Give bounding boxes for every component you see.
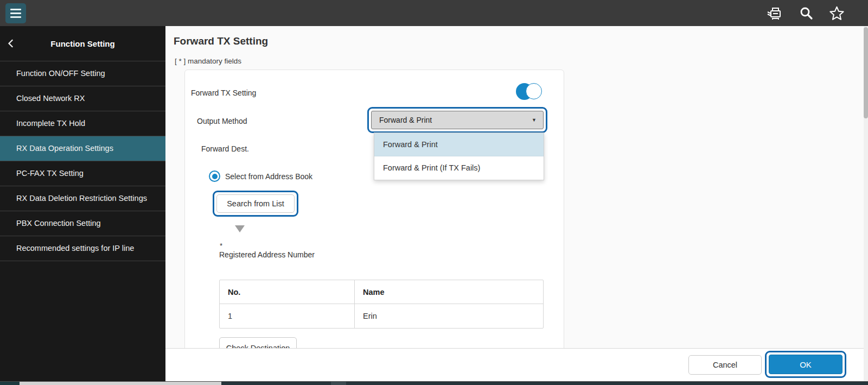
select-from-address-book-radio[interactable] <box>209 171 220 182</box>
registered-address-number-label: Registered Address Number <box>219 250 315 259</box>
horizontal-scrollbar-thumb[interactable] <box>20 382 221 385</box>
footer-action-bar: Cancel OK <box>165 348 868 381</box>
horizontal-scrollbar-corner <box>0 382 20 385</box>
sidebar-item-rx-data-deletion[interactable]: RX Data Deletion Restriction Settings <box>0 186 165 211</box>
table-row[interactable]: 1 Erin <box>220 304 543 328</box>
sidebar-menu: Function ON/OFF Setting Closed Network R… <box>0 61 165 261</box>
cancel-button[interactable]: Cancel <box>688 355 762 375</box>
search-from-list-button[interactable]: Search from List <box>216 194 295 213</box>
dropdown-option-forward-and-print[interactable]: Forward & Print <box>374 133 544 156</box>
forward-tx-setting-toggle[interactable] <box>516 83 542 100</box>
vertical-scrollbar[interactable] <box>864 26 868 381</box>
sidebar: Function Setting Function ON/OFF Setting… <box>0 26 165 385</box>
forward-tx-setting-label: Forward TX Setting <box>191 89 256 97</box>
search-icon[interactable] <box>799 6 813 20</box>
sidebar-item-recommended-ip-line[interactable]: Recommended settings for IP line <box>0 236 165 261</box>
table-cell-no: 1 <box>220 304 355 328</box>
output-method-dropdown-list: Forward & Print Forward & Print (If TX F… <box>374 132 544 180</box>
select-from-address-book-label: Select from Address Book <box>225 172 312 181</box>
table-cell-name: Erin <box>355 312 543 320</box>
favorite-star-icon[interactable] <box>829 6 844 20</box>
arrow-down-icon <box>235 225 245 232</box>
chevron-down-icon: ▼ <box>532 117 537 123</box>
dropdown-option-forward-and-print-if-tx-fails[interactable]: Forward & Print (If TX Fails) <box>374 156 544 180</box>
forward-dest-label: Forward Dest. <box>201 144 249 153</box>
ok-button[interactable]: OK <box>769 355 843 374</box>
registered-address-table: No. Name 1 Erin <box>219 280 544 329</box>
table-header-no: No. <box>220 280 355 304</box>
table-header-name: Name <box>355 288 543 296</box>
sidebar-item-incomplete-tx-hold[interactable]: Incomplete TX Hold <box>0 111 165 136</box>
menu-icon[interactable] <box>5 3 26 23</box>
table-header-row: No. Name <box>220 280 543 304</box>
mandatory-fields-note: [ * ] mandatory fields <box>175 57 241 65</box>
sidebar-item-rx-data-operation[interactable]: RX Data Operation Settings <box>0 136 165 161</box>
search-from-list-focus-ring: Search from List <box>213 191 298 217</box>
output-method-select-focus-ring: Forward & Print ▼ <box>367 107 547 133</box>
vertical-scrollbar-thumb[interactable] <box>864 27 868 118</box>
main-content: Forward TX Setting [ * ] mandatory field… <box>165 26 868 385</box>
sidebar-item-closed-network-rx[interactable]: Closed Network RX <box>0 86 165 111</box>
sidebar-item-pbx-connection[interactable]: PBX Connection Setting <box>0 211 165 236</box>
ok-button-focus-ring: OK <box>765 351 846 378</box>
horizontal-scrollbar[interactable] <box>0 381 868 385</box>
output-method-label: Output Method <box>197 117 247 125</box>
output-method-select[interactable]: Forward & Print ▼ <box>371 111 544 129</box>
sidebar-item-pc-fax-tx[interactable]: PC-FAX TX Setting <box>0 161 165 186</box>
output-method-selected-value: Forward & Print <box>379 116 432 124</box>
settings-card: Forward TX Setting Output Method Forward… <box>184 70 564 385</box>
sidebar-title: Function Setting <box>50 39 114 48</box>
page-title: Forward TX Setting <box>174 35 268 47</box>
sidebar-item-function-on-off[interactable]: Function ON/OFF Setting <box>0 61 165 86</box>
copier-machine-icon[interactable] <box>767 5 783 21</box>
chevron-left-icon[interactable] <box>7 39 16 48</box>
top-app-bar <box>0 0 868 26</box>
mandatory-mark: * <box>220 242 222 250</box>
horizontal-scrollbar-shadow <box>331 382 346 385</box>
